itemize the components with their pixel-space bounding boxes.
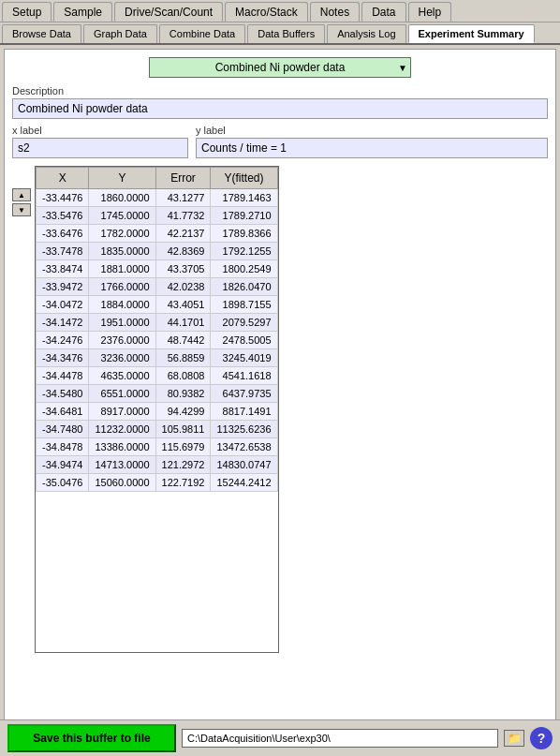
table-cell-4-2: 43.3705 bbox=[155, 260, 211, 278]
table-row: -34.24762376.000048.74422478.5005 bbox=[37, 332, 278, 349]
table-cell-2-0: -33.6476 bbox=[37, 225, 89, 243]
labels-row: x label y label bbox=[12, 125, 548, 158]
dropdown-row: Combined Ni powder data ▼ bbox=[12, 57, 548, 78]
description-label: Description bbox=[12, 85, 548, 96]
table-row: -35.047615060.0000122.719215244.2412 bbox=[37, 474, 278, 492]
table-cell-6-0: -34.0472 bbox=[37, 296, 89, 314]
main-content: Combined Ni powder data ▼ Description x … bbox=[4, 49, 556, 723]
table-cell-5-3: 1826.0470 bbox=[211, 278, 277, 296]
file-path-input[interactable] bbox=[182, 729, 498, 748]
table-cell-16-2: 122.7192 bbox=[155, 474, 211, 492]
table-cell-5-1: 1766.0000 bbox=[89, 278, 155, 296]
tab-combine-data[interactable]: Combine Data bbox=[159, 24, 245, 43]
data-table-wrapper[interactable]: X Y Error Y(fitted) -33.44761860.000043.… bbox=[35, 166, 279, 653]
table-cell-1-1: 1745.0000 bbox=[89, 207, 155, 225]
table-cell-10-1: 4635.0000 bbox=[89, 367, 155, 385]
table-row: -33.54761745.000041.77321789.2710 bbox=[37, 207, 278, 225]
description-group: Description bbox=[12, 85, 548, 119]
table-row: -33.44761860.000043.12771789.1463 bbox=[37, 189, 278, 207]
table-cell-10-0: -34.4478 bbox=[37, 367, 89, 385]
table-cell-7-2: 44.1701 bbox=[155, 314, 211, 332]
table-cell-12-3: 8817.1491 bbox=[211, 403, 277, 421]
table-cell-10-3: 4541.1618 bbox=[211, 367, 277, 385]
table-cell-4-1: 1881.0000 bbox=[89, 260, 155, 278]
table-row: -34.44784635.000068.08084541.1618 bbox=[37, 367, 278, 385]
menu-item-notes[interactable]: Notes bbox=[310, 2, 360, 22]
col-header-y: Y bbox=[89, 168, 155, 189]
table-cell-6-3: 1898.7155 bbox=[211, 296, 277, 314]
description-input[interactable] bbox=[12, 98, 548, 119]
table-cell-8-1: 2376.0000 bbox=[89, 332, 155, 349]
menu-item-help[interactable]: Help bbox=[408, 2, 452, 22]
table-cell-7-0: -34.1472 bbox=[37, 314, 89, 332]
folder-icon[interactable]: 📁 bbox=[504, 730, 524, 747]
menu-item-data[interactable]: Data bbox=[361, 2, 405, 22]
table-cell-7-1: 1951.0000 bbox=[89, 314, 155, 332]
menu-item-drive-scan-count[interactable]: Drive/Scan/Count bbox=[114, 2, 223, 22]
table-cell-11-3: 6437.9735 bbox=[211, 385, 277, 403]
table-row: -34.947414713.0000121.297214830.0747 bbox=[37, 456, 278, 474]
table-cell-15-0: -34.9474 bbox=[37, 456, 89, 474]
scroll-down-button[interactable]: ▼ bbox=[12, 203, 31, 216]
table-cell-13-0: -34.7480 bbox=[37, 421, 89, 438]
menu-item-macro-stack[interactable]: Macro/Stack bbox=[225, 2, 308, 22]
table-cell-1-3: 1789.2710 bbox=[211, 207, 277, 225]
tab-experiment-summary[interactable]: Experiment Summary bbox=[408, 24, 535, 43]
table-cell-8-3: 2478.5005 bbox=[211, 332, 277, 349]
xlabel-input[interactable] bbox=[12, 138, 188, 158]
table-row: -34.14721951.000044.17012079.5297 bbox=[37, 314, 278, 332]
tab-data-buffers[interactable]: Data Buffers bbox=[247, 24, 325, 43]
scroll-up-button[interactable]: ▲ bbox=[12, 188, 31, 201]
table-cell-4-0: -33.8474 bbox=[37, 260, 89, 278]
table-row: -34.64818917.000094.42998817.1491 bbox=[37, 403, 278, 421]
table-cell-14-1: 13386.0000 bbox=[89, 438, 155, 456]
table-cell-12-0: -34.6481 bbox=[37, 403, 89, 421]
save-button[interactable]: Save this buffer to file bbox=[7, 724, 176, 752]
tab-analysis-log[interactable]: Analysis Log bbox=[327, 24, 405, 43]
table-cell-15-1: 14713.0000 bbox=[89, 456, 155, 474]
tab-browse-data[interactable]: Browse Data bbox=[2, 24, 81, 43]
table-cell-13-1: 11232.0000 bbox=[89, 421, 155, 438]
menu-item-sample[interactable]: Sample bbox=[53, 2, 112, 22]
table-cell-0-1: 1860.0000 bbox=[89, 189, 155, 207]
table-cell-3-3: 1792.1255 bbox=[211, 243, 277, 260]
table-row: -33.64761782.000042.21371789.8366 bbox=[37, 225, 278, 243]
ylabel-input[interactable] bbox=[196, 138, 548, 158]
table-row: -33.74781835.000042.83691792.1255 bbox=[37, 243, 278, 260]
table-cell-4-3: 1800.2549 bbox=[211, 260, 277, 278]
table-cell-16-1: 15060.0000 bbox=[89, 474, 155, 492]
table-cell-16-0: -35.0476 bbox=[37, 474, 89, 492]
table-cell-15-3: 14830.0747 bbox=[211, 456, 277, 474]
table-row: -34.34763236.000056.88593245.4019 bbox=[37, 349, 278, 367]
xlabel-group: x label bbox=[12, 125, 188, 158]
table-cell-13-2: 105.9811 bbox=[155, 421, 211, 438]
data-select[interactable]: Combined Ni powder data bbox=[149, 57, 411, 78]
table-cell-11-0: -34.5480 bbox=[37, 385, 89, 403]
data-table: X Y Error Y(fitted) -33.44761860.000043.… bbox=[36, 167, 278, 492]
table-cell-9-1: 3236.0000 bbox=[89, 349, 155, 367]
table-cell-2-2: 42.2137 bbox=[155, 225, 211, 243]
table-cell-15-2: 121.2972 bbox=[155, 456, 211, 474]
table-row: -34.847813386.0000115.697913472.6538 bbox=[37, 438, 278, 456]
tab-graph-data[interactable]: Graph Data bbox=[83, 24, 157, 43]
table-cell-8-0: -34.2476 bbox=[37, 332, 89, 349]
table-cell-1-2: 41.7732 bbox=[155, 207, 211, 225]
table-cell-13-3: 11325.6236 bbox=[211, 421, 277, 438]
table-cell-3-1: 1835.0000 bbox=[89, 243, 155, 260]
table-cell-9-2: 56.8859 bbox=[155, 349, 211, 367]
table-cell-6-1: 1884.0000 bbox=[89, 296, 155, 314]
ylabel-label: y label bbox=[196, 125, 548, 136]
table-cell-5-0: -33.9472 bbox=[37, 278, 89, 296]
table-cell-8-2: 48.7442 bbox=[155, 332, 211, 349]
col-header-yfitted: Y(fitted) bbox=[211, 168, 277, 189]
menu-item-setup[interactable]: Setup bbox=[2, 2, 52, 22]
table-cell-9-0: -34.3476 bbox=[37, 349, 89, 367]
col-header-error: Error bbox=[155, 168, 211, 189]
table-cell-3-2: 42.8369 bbox=[155, 243, 211, 260]
main-wrapper: SetupSampleDrive/Scan/CountMacro/StackNo… bbox=[0, 0, 560, 756]
table-cell-14-0: -34.8478 bbox=[37, 438, 89, 456]
scroll-col: ▲ ▼ bbox=[12, 166, 31, 653]
table-cell-10-2: 68.0808 bbox=[155, 367, 211, 385]
col-header-x: X bbox=[37, 168, 89, 189]
help-button[interactable]: ? bbox=[530, 727, 553, 749]
